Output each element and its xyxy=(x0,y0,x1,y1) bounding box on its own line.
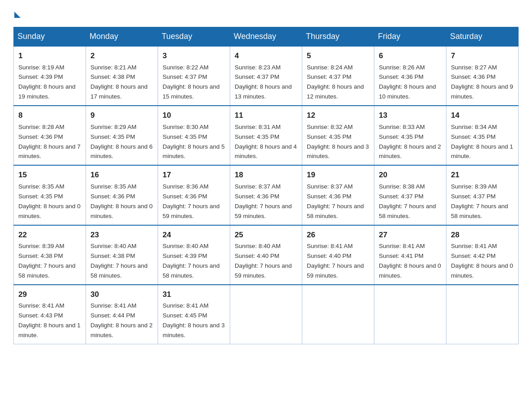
calendar-day-header: Tuesday xyxy=(158,27,230,47)
day-info: Sunrise: 8:36 AMSunset: 4:36 PMDaylight:… xyxy=(163,183,220,219)
calendar-table: SundayMondayTuesdayWednesdayThursdayFrid… xyxy=(13,27,519,344)
logo-triangle-icon xyxy=(14,12,21,18)
calendar-day-header: Sunday xyxy=(14,27,86,47)
calendar-cell: 7 Sunrise: 8:27 AMSunset: 4:36 PMDayligh… xyxy=(446,46,519,106)
day-number: 9 xyxy=(90,110,153,121)
day-number: 1 xyxy=(18,50,81,62)
day-info: Sunrise: 8:29 AMSunset: 4:35 PMDaylight:… xyxy=(90,124,153,160)
day-number: 25 xyxy=(235,229,297,241)
day-info: Sunrise: 8:41 AMSunset: 4:44 PMDaylight:… xyxy=(90,302,153,338)
logo xyxy=(13,9,21,18)
calendar-cell: 26 Sunrise: 8:41 AMSunset: 4:40 PMDaylig… xyxy=(302,225,374,285)
calendar-week-row: 15 Sunrise: 8:35 AMSunset: 4:35 PMDaylig… xyxy=(14,165,519,225)
day-number: 29 xyxy=(18,289,81,300)
calendar-cell: 9 Sunrise: 8:29 AMSunset: 4:35 PMDayligh… xyxy=(86,106,158,165)
day-info: Sunrise: 8:39 AMSunset: 4:38 PMDaylight:… xyxy=(18,243,76,279)
calendar-cell: 5 Sunrise: 8:24 AMSunset: 4:37 PMDayligh… xyxy=(302,46,374,106)
day-number: 8 xyxy=(18,110,81,121)
calendar-cell: 30 Sunrise: 8:41 AMSunset: 4:44 PMDaylig… xyxy=(86,285,158,344)
calendar-cell: 28 Sunrise: 8:41 AMSunset: 4:42 PMDaylig… xyxy=(446,225,519,285)
day-number: 13 xyxy=(379,110,442,121)
day-number: 5 xyxy=(307,50,369,62)
day-number: 24 xyxy=(163,229,225,241)
day-number: 19 xyxy=(307,169,369,181)
day-number: 23 xyxy=(90,229,153,241)
day-number: 26 xyxy=(307,229,369,241)
calendar-week-row: 1 Sunrise: 8:19 AMSunset: 4:39 PMDayligh… xyxy=(14,46,519,106)
day-number: 17 xyxy=(163,169,225,181)
calendar-cell: 31 Sunrise: 8:41 AMSunset: 4:45 PMDaylig… xyxy=(158,285,230,344)
calendar-cell: 4 Sunrise: 8:23 AMSunset: 4:37 PMDayligh… xyxy=(230,46,302,106)
day-info: Sunrise: 8:35 AMSunset: 4:35 PMDaylight:… xyxy=(18,183,81,219)
calendar-cell: 13 Sunrise: 8:33 AMSunset: 4:35 PMDaylig… xyxy=(374,106,446,165)
day-number: 6 xyxy=(379,50,442,62)
day-info: Sunrise: 8:27 AMSunset: 4:36 PMDaylight:… xyxy=(451,64,513,100)
day-number: 31 xyxy=(163,289,225,300)
calendar-day-header: Monday xyxy=(86,27,158,47)
calendar-cell: 2 Sunrise: 8:21 AMSunset: 4:38 PMDayligh… xyxy=(86,46,158,106)
calendar-cell: 1 Sunrise: 8:19 AMSunset: 4:39 PMDayligh… xyxy=(14,46,86,106)
day-info: Sunrise: 8:24 AMSunset: 4:37 PMDaylight:… xyxy=(307,64,364,100)
day-info: Sunrise: 8:19 AMSunset: 4:39 PMDaylight:… xyxy=(18,64,76,100)
calendar-cell: 11 Sunrise: 8:31 AMSunset: 4:35 PMDaylig… xyxy=(230,106,302,165)
day-info: Sunrise: 8:34 AMSunset: 4:35 PMDaylight:… xyxy=(451,124,513,160)
calendar-cell: 3 Sunrise: 8:22 AMSunset: 4:37 PMDayligh… xyxy=(158,46,230,106)
calendar-cell: 6 Sunrise: 8:26 AMSunset: 4:36 PMDayligh… xyxy=(374,46,446,106)
day-number: 14 xyxy=(451,110,514,121)
day-number: 30 xyxy=(90,289,153,300)
calendar-cell: 21 Sunrise: 8:39 AMSunset: 4:37 PMDaylig… xyxy=(446,165,519,225)
calendar-cell: 10 Sunrise: 8:30 AMSunset: 4:35 PMDaylig… xyxy=(158,106,230,165)
day-number: 21 xyxy=(451,169,514,181)
day-info: Sunrise: 8:32 AMSunset: 4:35 PMDaylight:… xyxy=(307,124,369,160)
day-info: Sunrise: 8:40 AMSunset: 4:39 PMDaylight:… xyxy=(163,243,220,279)
day-number: 22 xyxy=(18,229,81,241)
day-info: Sunrise: 8:35 AMSunset: 4:36 PMDaylight:… xyxy=(90,183,153,219)
calendar-cell: 29 Sunrise: 8:41 AMSunset: 4:43 PMDaylig… xyxy=(14,285,86,344)
day-number: 28 xyxy=(451,229,514,241)
calendar-cell xyxy=(302,285,374,344)
day-info: Sunrise: 8:41 AMSunset: 4:40 PMDaylight:… xyxy=(307,243,364,279)
day-info: Sunrise: 8:41 AMSunset: 4:45 PMDaylight:… xyxy=(163,302,225,338)
day-number: 18 xyxy=(235,169,297,181)
calendar-cell: 24 Sunrise: 8:40 AMSunset: 4:39 PMDaylig… xyxy=(158,225,230,285)
day-number: 2 xyxy=(90,50,153,62)
day-info: Sunrise: 8:37 AMSunset: 4:36 PMDaylight:… xyxy=(307,183,364,219)
calendar-week-row: 29 Sunrise: 8:41 AMSunset: 4:43 PMDaylig… xyxy=(14,285,519,344)
calendar-cell xyxy=(374,285,446,344)
calendar-cell: 12 Sunrise: 8:32 AMSunset: 4:35 PMDaylig… xyxy=(302,106,374,165)
calendar-cell: 22 Sunrise: 8:39 AMSunset: 4:38 PMDaylig… xyxy=(14,225,86,285)
day-info: Sunrise: 8:38 AMSunset: 4:37 PMDaylight:… xyxy=(379,183,436,219)
day-info: Sunrise: 8:40 AMSunset: 4:38 PMDaylight:… xyxy=(90,243,148,279)
calendar-cell xyxy=(230,285,302,344)
calendar-cell: 19 Sunrise: 8:37 AMSunset: 4:36 PMDaylig… xyxy=(302,165,374,225)
calendar-week-row: 22 Sunrise: 8:39 AMSunset: 4:38 PMDaylig… xyxy=(14,225,519,285)
day-number: 4 xyxy=(235,50,297,62)
day-info: Sunrise: 8:41 AMSunset: 4:43 PMDaylight:… xyxy=(18,302,81,338)
day-info: Sunrise: 8:40 AMSunset: 4:40 PMDaylight:… xyxy=(235,243,292,279)
calendar-cell: 14 Sunrise: 8:34 AMSunset: 4:35 PMDaylig… xyxy=(446,106,519,165)
page-header xyxy=(13,9,519,18)
day-number: 3 xyxy=(163,50,225,62)
day-info: Sunrise: 8:22 AMSunset: 4:37 PMDaylight:… xyxy=(163,64,220,100)
calendar-cell: 20 Sunrise: 8:38 AMSunset: 4:37 PMDaylig… xyxy=(374,165,446,225)
calendar-week-row: 8 Sunrise: 8:28 AMSunset: 4:36 PMDayligh… xyxy=(14,106,519,165)
calendar-day-header: Thursday xyxy=(302,27,374,47)
calendar-day-header: Saturday xyxy=(446,27,519,47)
calendar-cell: 27 Sunrise: 8:41 AMSunset: 4:41 PMDaylig… xyxy=(374,225,446,285)
day-number: 7 xyxy=(451,50,514,62)
calendar-cell: 15 Sunrise: 8:35 AMSunset: 4:35 PMDaylig… xyxy=(14,165,86,225)
day-info: Sunrise: 8:31 AMSunset: 4:35 PMDaylight:… xyxy=(235,124,297,160)
day-info: Sunrise: 8:41 AMSunset: 4:41 PMDaylight:… xyxy=(379,243,441,279)
day-info: Sunrise: 8:23 AMSunset: 4:37 PMDaylight:… xyxy=(235,64,292,100)
day-number: 11 xyxy=(235,110,297,121)
day-number: 15 xyxy=(18,169,81,181)
calendar-header-row: SundayMondayTuesdayWednesdayThursdayFrid… xyxy=(14,27,519,47)
calendar-cell: 16 Sunrise: 8:35 AMSunset: 4:36 PMDaylig… xyxy=(86,165,158,225)
calendar-cell: 18 Sunrise: 8:37 AMSunset: 4:36 PMDaylig… xyxy=(230,165,302,225)
calendar-cell: 8 Sunrise: 8:28 AMSunset: 4:36 PMDayligh… xyxy=(14,106,86,165)
calendar-day-header: Friday xyxy=(374,27,446,47)
day-info: Sunrise: 8:33 AMSunset: 4:35 PMDaylight:… xyxy=(379,124,441,160)
day-info: Sunrise: 8:28 AMSunset: 4:36 PMDaylight:… xyxy=(18,124,81,160)
day-number: 27 xyxy=(379,229,442,241)
day-number: 10 xyxy=(163,110,225,121)
